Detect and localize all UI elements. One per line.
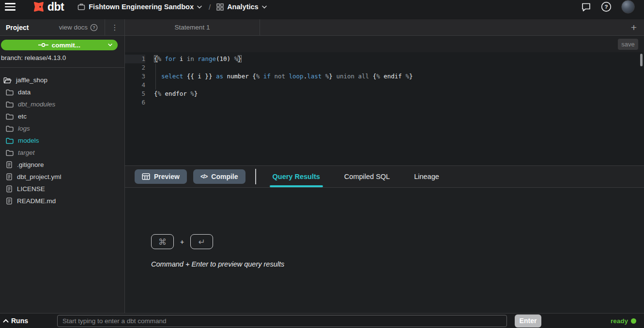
preview-button-label: Preview bbox=[154, 173, 180, 180]
code-line-1: 1{% for i in range(10) %} bbox=[125, 55, 644, 63]
view-docs-link[interactable]: view docs ? bbox=[59, 24, 98, 31]
folder-icon bbox=[6, 149, 14, 156]
results-tab-compiled-sql[interactable]: Compiled SQL bbox=[341, 166, 393, 187]
line-number: 6 bbox=[125, 98, 145, 107]
results-tab-query-results[interactable]: Query Results bbox=[270, 166, 323, 187]
dbt-cloud-ide: dbt Fishtown Engineering Sandbox / Analy… bbox=[0, 0, 644, 328]
chevron-up-icon bbox=[3, 319, 9, 323]
code-editor[interactable]: 1{% for i in range(10) %}23 select {{ i … bbox=[125, 52, 644, 165]
tree-item-dbt-project-yml[interactable]: dbt_project.yml bbox=[0, 171, 124, 183]
results-tab-lineage[interactable]: Lineage bbox=[411, 166, 442, 187]
help-icon[interactable]: ? bbox=[601, 1, 612, 12]
tree-item-data[interactable]: data bbox=[0, 86, 124, 98]
top-nav: dbt Fishtown Engineering Sandbox / Analy… bbox=[0, 0, 644, 19]
tree-item-label: dbt_modules bbox=[18, 101, 55, 108]
folder-icon bbox=[6, 101, 14, 108]
tree-item-license[interactable]: LICENSE bbox=[0, 183, 124, 195]
code-text: select {{ i }} as number {% if not loop.… bbox=[154, 72, 413, 81]
line-number: 3 bbox=[125, 72, 145, 81]
plus-separator: + bbox=[180, 238, 184, 246]
commit-button-label: commit... bbox=[52, 42, 80, 49]
code-line-3: 3 select {{ i }} as number {% if not loo… bbox=[125, 72, 644, 81]
tree-item-label: jaffle_shop bbox=[16, 76, 47, 84]
tree-item-etc[interactable]: etc bbox=[0, 110, 124, 122]
editor-toolbar: save bbox=[125, 36, 644, 52]
new-tab-button[interactable]: + bbox=[624, 19, 644, 35]
branch-label: branch: release/4.13.0 bbox=[0, 54, 124, 61]
code-text: {% endfor %} bbox=[154, 89, 198, 98]
status-dot bbox=[631, 318, 636, 324]
runs-toggle[interactable]: Runs bbox=[3, 317, 28, 325]
save-button[interactable]: save bbox=[618, 39, 638, 50]
tree-item-readme-md[interactable]: README.md bbox=[0, 195, 124, 207]
tree-item-label: data bbox=[18, 89, 31, 96]
svg-text:?: ? bbox=[604, 4, 608, 10]
grid-icon bbox=[216, 3, 224, 11]
git-commit-icon bbox=[38, 42, 48, 48]
code-line-4: 4 bbox=[125, 81, 644, 89]
table-icon bbox=[142, 173, 150, 180]
results-tabs: Query ResultsCompiled SQLLineage bbox=[270, 166, 460, 187]
folder-icon bbox=[6, 137, 14, 144]
folder-icon bbox=[6, 89, 14, 96]
line-number: 2 bbox=[125, 63, 145, 72]
editor-scrollbar[interactable] bbox=[640, 54, 643, 66]
view-docs-label: view docs bbox=[59, 24, 88, 31]
tree-item-logs[interactable]: logs bbox=[0, 122, 124, 134]
return-key-icon: ↵ bbox=[190, 234, 213, 249]
tree-item-models[interactable]: models bbox=[0, 134, 124, 147]
account-selector[interactable]: Fishtown Engineering Sandbox bbox=[77, 3, 202, 11]
tree-item-label: README.md bbox=[17, 197, 56, 205]
tree-item--gitignore[interactable]: .gitignore bbox=[0, 159, 124, 171]
chevron-down-icon bbox=[262, 5, 267, 9]
breadcrumb-separator: / bbox=[209, 3, 211, 11]
briefcase-icon bbox=[77, 3, 85, 11]
compile-button-label: Compile bbox=[211, 173, 238, 180]
tab-statement-1[interactable]: Statement 1 bbox=[125, 19, 260, 35]
shortcut-hint-text: Command + Enter to preview query results bbox=[151, 260, 644, 268]
dbt-logo-text: dbt bbox=[47, 0, 64, 14]
keyboard-shortcut: ⌘ + ↵ bbox=[151, 234, 644, 249]
code-line-6: 6 bbox=[125, 98, 644, 107]
project-name: Analytics bbox=[227, 3, 258, 11]
tree-item-target[interactable]: target bbox=[0, 147, 124, 159]
commit-button[interactable]: commit... bbox=[1, 40, 118, 50]
preview-button[interactable]: Preview bbox=[135, 169, 187, 184]
results-panel-header: Preview </> Compile Query ResultsCompile… bbox=[125, 165, 644, 188]
file-icon bbox=[6, 161, 13, 168]
enter-button[interactable]: Enter bbox=[515, 314, 541, 328]
code-line-2: 2 bbox=[125, 63, 644, 72]
sidebar-title: Project bbox=[6, 24, 29, 31]
tree-item-dbt-modules[interactable]: dbt_modules bbox=[0, 98, 124, 110]
line-number: 4 bbox=[125, 81, 145, 89]
folder-open-icon bbox=[3, 77, 12, 84]
chevron-down-icon bbox=[108, 44, 112, 46]
line-number: 5 bbox=[125, 89, 145, 98]
tree-item-label: etc bbox=[18, 113, 27, 120]
sidebar-header: Project view docs ? ⋮ bbox=[0, 19, 124, 36]
hamburger-menu-icon[interactable] bbox=[5, 3, 15, 11]
kebab-menu-icon[interactable]: ⋮ bbox=[105, 25, 124, 30]
dbt-command-input[interactable] bbox=[57, 315, 507, 327]
code-lines: 1{% for i in range(10) %}23 select {{ i … bbox=[125, 55, 644, 107]
dbt-logo-icon bbox=[32, 0, 46, 14]
tree-item-label: .gitignore bbox=[17, 161, 44, 168]
chevron-down-icon bbox=[197, 5, 202, 9]
project-selector[interactable]: Analytics bbox=[216, 3, 266, 11]
chat-icon[interactable] bbox=[581, 2, 591, 12]
status-bar: Runs Enter ready bbox=[0, 313, 644, 328]
folder-icon bbox=[6, 113, 14, 120]
tree-item-label: models bbox=[18, 137, 39, 144]
compile-button[interactable]: </> Compile bbox=[193, 169, 245, 184]
tree-item-label: logs bbox=[18, 125, 30, 132]
divider bbox=[255, 169, 256, 184]
top-nav-right: ? bbox=[581, 0, 644, 14]
tree-item-jaffle-shop[interactable]: jaffle_shop bbox=[0, 74, 124, 86]
tree-item-label: dbt_project.yml bbox=[17, 173, 61, 180]
folder-icon bbox=[6, 125, 14, 132]
tab-label: Statement 1 bbox=[175, 24, 210, 31]
runs-label: Runs bbox=[11, 317, 28, 325]
user-avatar[interactable] bbox=[621, 0, 635, 14]
status-label: ready bbox=[611, 317, 628, 325]
help-circle-icon: ? bbox=[90, 24, 98, 31]
